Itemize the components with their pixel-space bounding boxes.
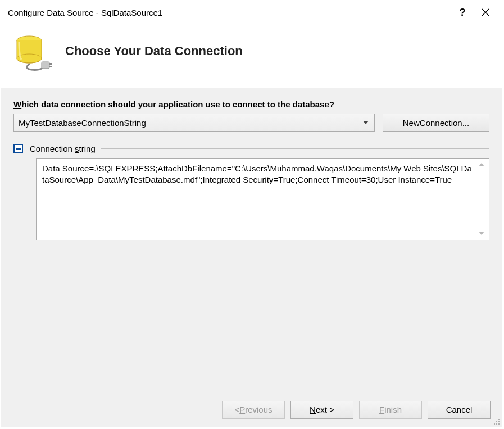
connection-row: MyTestDatabaseConnectionString New Conne… [13,114,489,132]
resize-grip-icon[interactable] [492,417,500,425]
connection-string-expander[interactable]: Connection string [13,144,489,153]
titlebar: Configure Data Source - SqlDataSource1 ? [1,1,502,24]
next-button[interactable]: Next > [290,401,353,419]
help-button[interactable]: ? [452,3,473,21]
connection-dropdown-value: MyTestDatabaseConnectionString [19,118,360,128]
svg-point-12 [498,423,500,425]
close-button[interactable] [473,3,498,21]
svg-rect-4 [42,62,49,69]
titlebar-controls: ? [452,3,498,21]
svg-rect-5 [49,63,52,65]
svg-point-7 [498,419,500,420]
chevron-down-icon [360,114,372,131]
connection-string-textbox[interactable]: Data Source=.\SQLEXPRESS;AttachDbFilenam… [36,158,489,240]
connection-string-label: Connection string [30,144,96,153]
collapse-icon [13,144,23,153]
connection-string-value: Data Source=.\SQLEXPRESS;AttachDbFilenam… [42,164,472,184]
wizard-body: Which data connection should your applic… [1,88,502,392]
wizard-step-title: Choose Your Data Connection [65,44,243,58]
cancel-button[interactable]: Cancel [428,401,491,419]
scrollbar[interactable] [475,160,488,238]
svg-point-10 [494,423,495,425]
new-connection-button[interactable]: New Connection... [383,114,489,132]
svg-point-8 [496,421,497,422]
divider [101,148,489,149]
dialog-window: Configure Data Source - SqlDataSource1 ? [1,1,502,427]
window-title: Configure Data Source - SqlDataSource1 [8,8,452,17]
question-label: Which data connection should your applic… [13,100,489,109]
finish-button: Finish [359,401,422,419]
scroll-down-icon [476,228,487,238]
previous-button: < Previous [222,401,285,419]
svg-rect-6 [49,66,52,67]
svg-point-11 [496,423,497,425]
scroll-up-icon [476,160,487,170]
close-icon [482,8,489,16]
wizard-header: Choose Your Data Connection [1,24,502,88]
database-icon [12,34,52,73]
wizard-footer: < Previous Next > Finish Cancel [1,392,502,427]
connection-dropdown[interactable]: MyTestDatabaseConnectionString [13,114,375,132]
svg-point-9 [498,421,500,422]
